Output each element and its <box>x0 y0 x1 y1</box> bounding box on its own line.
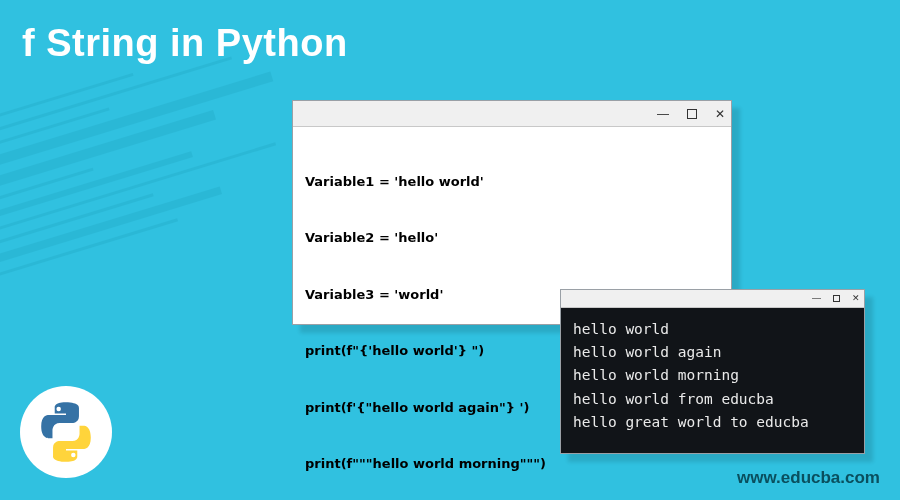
python-logo-icon <box>35 401 97 463</box>
site-url: www.educba.com <box>737 468 880 488</box>
output-line: hello world <box>573 318 852 341</box>
code-window-titlebar: — ✕ <box>293 101 731 127</box>
output-window-titlebar: — ✕ <box>561 290 864 308</box>
python-logo <box>20 386 112 478</box>
page-title: f String in Python <box>22 22 348 65</box>
output-terminal-window: — ✕ hello world hello world again hello … <box>560 289 865 454</box>
minimize-icon[interactable]: — <box>812 294 821 303</box>
code-line: Variable1 = 'hello world' <box>305 173 719 192</box>
output-line: hello world from educba <box>573 388 852 411</box>
output-line: hello great world to educba <box>573 411 852 434</box>
code-line: Variable2 = 'hello' <box>305 229 719 248</box>
code-line: print(f"""hello world morning""") <box>305 455 719 474</box>
output-line: hello world morning <box>573 364 852 387</box>
close-icon[interactable]: ✕ <box>715 108 725 120</box>
close-icon[interactable]: ✕ <box>852 294 860 303</box>
minimize-icon[interactable]: — <box>657 108 669 120</box>
maximize-icon[interactable] <box>687 108 697 120</box>
maximize-icon[interactable] <box>833 294 840 303</box>
terminal-output: hello world hello world again hello worl… <box>561 308 864 453</box>
output-line: hello world again <box>573 341 852 364</box>
